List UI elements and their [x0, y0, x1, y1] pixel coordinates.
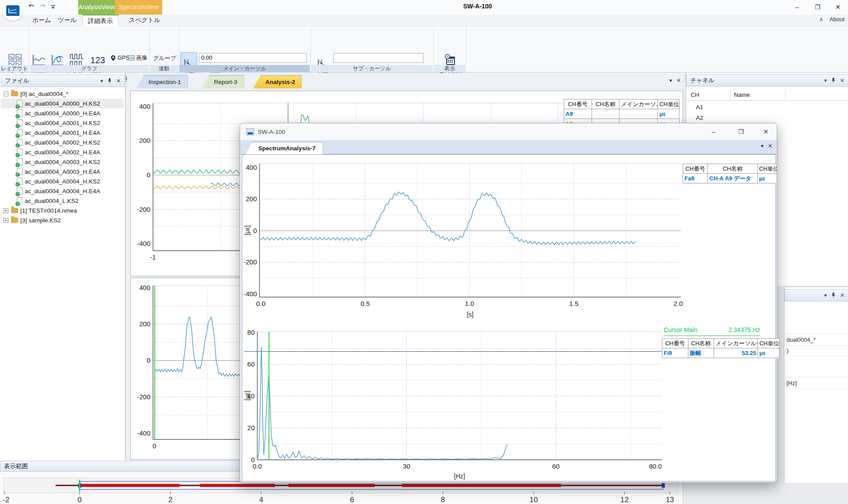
svg-text:4: 4 — [259, 496, 263, 504]
tab-inspection-1[interactable]: Inspection-1 — [137, 75, 188, 88]
tree-item[interactable]: ac_dual0004_A0002_H.E4A — [1, 147, 124, 157]
tree-item[interactable]: ac_dual0004_A0001_H.KS2 — [1, 118, 124, 128]
svg-text:[Hz]: [Hz] — [454, 473, 465, 480]
tree-item[interactable]: +[1] TEST#0014.nmea — [1, 206, 124, 215]
table-cell: A9 — [564, 109, 592, 119]
tree-item[interactable]: ac_dual0004_A0003_H.E4A — [1, 167, 124, 176]
pin-icon[interactable] — [107, 78, 112, 84]
gps-label: GPS — [118, 55, 129, 61]
floating-window-titlebar[interactable]: SW-A-100 — [240, 123, 777, 140]
doc-tab-strip-controls: ▾✕ — [669, 77, 681, 84]
svg-text:200: 200 — [246, 195, 257, 202]
svg-text:-400: -400 — [137, 429, 150, 437]
maximize-button[interactable]: ❐ — [731, 123, 751, 140]
table-cell: με — [757, 174, 777, 183]
redo-icon[interactable] — [38, 3, 47, 12]
undo-icon[interactable] — [27, 3, 36, 12]
tree-item[interactable]: ac_dual0004_A0000_H.KS2 — [1, 99, 124, 108]
table-header: CH単位 — [758, 339, 779, 348]
tree-item[interactable]: ac_dual0004_A0002_H.KS2 — [1, 137, 124, 147]
properties-row: [Hz] — [787, 380, 797, 386]
ribbon-tab-spectrum[interactable]: スペクトル — [127, 15, 162, 26]
svg-text:2.0: 2.0 — [673, 300, 683, 307]
svg-text:30: 30 — [403, 462, 410, 470]
properties-panel-header: ▾ ✕ — [784, 289, 848, 302]
maximize-button[interactable]: ❐ — [807, 0, 828, 15]
sub-cursor-value-field[interactable] — [333, 53, 424, 63]
tree-item[interactable]: ac_dual0004_A0004_H.KS2 — [1, 176, 124, 186]
collapse-icon[interactable]: − — [4, 92, 8, 96]
main-cursor-value-field[interactable]: 0.00 — [199, 53, 307, 63]
app-logo[interactable] — [3, 0, 23, 21]
svg-text:8: 8 — [441, 496, 445, 504]
group-label-view: 表示 — [434, 65, 466, 72]
svg-text:-2: -2 — [3, 496, 9, 504]
svg-text:6: 6 — [350, 496, 354, 504]
tab-spectrum-analysis[interactable]: SpectrumAnalysis-7 — [245, 142, 323, 154]
tab-report-3[interactable]: Report-3 — [202, 75, 244, 88]
tree-item[interactable]: +[3] sample.KS2 — [1, 215, 124, 225]
image-label: 画像 — [136, 54, 147, 62]
close-icon[interactable]: ✕ — [676, 77, 681, 84]
close-button[interactable]: ✕ — [756, 123, 776, 140]
tree-item[interactable]: ac_dual0004_A0004_H.E4A — [1, 186, 124, 196]
pin-icon[interactable] — [831, 292, 836, 299]
svg-text:400: 400 — [139, 103, 150, 110]
close-icon[interactable]: ✕ — [840, 77, 844, 84]
gps-button[interactable]: GPS — [111, 54, 129, 62]
svg-text:20: 20 — [247, 424, 255, 431]
table-cell: με — [658, 109, 680, 119]
dropdown-icon[interactable]: ▾ — [669, 77, 672, 84]
expand-icon[interactable]: + — [4, 208, 8, 213]
tree-item-label: ac_dual0004_A0004_H.KS2 — [25, 178, 100, 185]
tree-item[interactable]: −[0] ac_dual0004_* — [1, 89, 124, 99]
close-icon[interactable]: ✕ — [768, 143, 772, 149]
dropdown-icon[interactable]: ▾ — [824, 77, 827, 84]
minimize-button[interactable]: – — [703, 123, 724, 140]
ribbon-tab-tools[interactable]: ツール — [57, 15, 78, 26]
analysisview-button[interactable]: AnalysisView — [78, 0, 115, 15]
group-label-sub-cursor: サブ・カーソル — [311, 65, 433, 72]
ribbon-collapse-icon[interactable]: ∧ — [819, 16, 824, 23]
table-cell: με — [758, 348, 779, 358]
channel-column-headers: CH Name — [686, 89, 848, 101]
ribbon-tab-detail[interactable]: 詳細表示 — [82, 15, 118, 26]
tree-item[interactable]: ac_dual0004_L.KS2 — [1, 196, 124, 206]
folder-icon — [11, 208, 18, 213]
svg-text:[s]: [s] — [467, 311, 474, 318]
channel-row-a1[interactable]: A1 — [696, 104, 703, 111]
file-icon — [17, 149, 23, 156]
svg-text:0.0: 0.0 — [256, 300, 265, 307]
about-link[interactable]: About — [829, 16, 844, 23]
dropdown-icon[interactable]: ▾ — [100, 78, 103, 84]
svg-text:0.5: 0.5 — [360, 300, 370, 307]
dropdown-icon[interactable]: ▾ — [824, 292, 827, 298]
group-label-main-cursor: メイン・カーソル — [179, 65, 310, 72]
cursor-main-label: Cursor Main — [664, 326, 697, 336]
svg-text:-200: -200 — [137, 206, 150, 213]
table-header: CH番号 — [662, 339, 688, 348]
tree-item-label: ac_dual0004_A0004_H.E4A — [25, 188, 100, 195]
channel-row-a2[interactable]: A2 — [696, 115, 703, 121]
expand-icon[interactable]: + — [4, 218, 8, 223]
tree-item[interactable]: ac_dual0004_A0003_H.KS2 — [1, 157, 124, 167]
group-label-graph: グラフ — [30, 65, 149, 72]
file-icon — [17, 139, 23, 146]
image-button[interactable]: 画像 — [128, 54, 147, 62]
close-icon[interactable]: ✕ — [116, 78, 121, 84]
spectrumview-button[interactable]: SpectrumView — [115, 0, 162, 15]
group-label-link: 連動 — [150, 65, 178, 72]
tree-item[interactable]: ac_dual0004_A0000_H.E4A — [1, 108, 124, 118]
tab-analysis-2[interactable]: Analysis-2 — [253, 75, 302, 88]
floating-window-icon — [246, 128, 254, 135]
ribbon-tab-home[interactable]: ホーム — [30, 15, 53, 26]
dropdown-icon[interactable]: ▾ — [761, 143, 764, 149]
tree-item[interactable]: ac_dual0004_A0001_H.E4A — [1, 128, 124, 137]
close-icon[interactable]: ✕ — [840, 292, 844, 298]
table-header: メインカーソル値 — [619, 99, 658, 109]
pin-icon[interactable] — [831, 77, 836, 84]
cursor-readout: Cursor Main 2.34375 Hz — [664, 326, 760, 336]
minimize-button[interactable]: – — [787, 0, 807, 15]
close-button[interactable]: ✕ — [828, 0, 848, 15]
quick-access-customize-icon[interactable] — [49, 3, 57, 12]
